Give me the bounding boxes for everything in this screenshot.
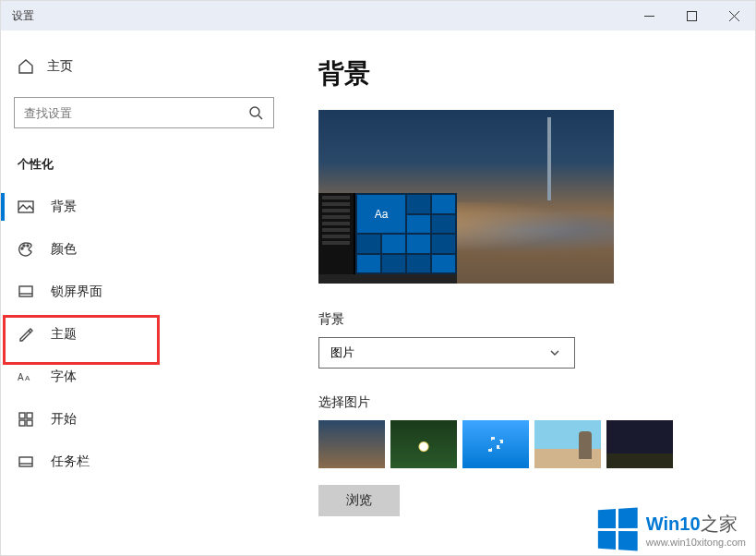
nav-label: 开始 — [51, 411, 77, 428]
nav-item-background[interactable]: 背景 — [1, 186, 287, 228]
svg-rect-14 — [19, 413, 25, 418]
nav-item-taskbar[interactable]: 任务栏 — [1, 441, 287, 483]
svg-rect-15 — [27, 413, 32, 418]
chevron-down-icon — [546, 344, 563, 361]
svg-rect-16 — [19, 420, 25, 426]
palette-icon — [18, 241, 34, 258]
thumbnail[interactable] — [462, 420, 529, 468]
dropdown-value: 图片 — [330, 344, 546, 361]
window-title: 设置 — [12, 8, 34, 24]
svg-rect-1 — [687, 11, 696, 20]
nav-item-start[interactable]: 开始 — [1, 398, 287, 441]
lockscreen-icon — [18, 284, 34, 300]
svg-rect-18 — [19, 457, 32, 466]
thumbnail[interactable] — [390, 420, 457, 468]
page-title: 背景 — [318, 56, 724, 91]
nav-label: 字体 — [51, 369, 77, 385]
fonts-icon: AA — [18, 369, 34, 385]
nav-item-themes[interactable]: 主题 — [1, 313, 287, 356]
svg-text:A: A — [25, 374, 30, 382]
svg-point-4 — [250, 107, 259, 116]
nav-item-lockscreen[interactable]: 锁屏界面 — [1, 271, 287, 313]
desktop-preview: Aa — [318, 110, 614, 284]
home-label: 主页 — [47, 58, 73, 75]
nav-label: 锁屏界面 — [51, 284, 102, 300]
svg-rect-10 — [19, 286, 32, 296]
nav-label: 任务栏 — [51, 453, 90, 470]
content-area: 背景 Aa 背景 图片 — [287, 30, 755, 555]
svg-rect-17 — [27, 420, 32, 426]
watermark: Win10之家 www.win10xitong.com — [596, 509, 746, 550]
thumbnail[interactable] — [606, 420, 673, 468]
svg-text:A: A — [18, 372, 24, 382]
taskbar-icon — [18, 453, 34, 470]
nav-list: 背景 颜色 锁屏界面 主题 — [1, 186, 287, 483]
start-icon — [18, 411, 34, 428]
search-icon — [247, 104, 264, 121]
picture-icon — [18, 199, 34, 215]
svg-point-7 — [21, 248, 23, 249]
nav-item-fonts[interactable]: AA 字体 — [1, 356, 287, 398]
nav-item-colors[interactable]: 颜色 — [1, 228, 287, 271]
preview-tile-aa: Aa — [357, 195, 405, 233]
nav-label: 颜色 — [51, 241, 77, 258]
titlebar: 设置 — [1, 1, 755, 30]
thumbnail[interactable] — [318, 420, 385, 468]
browse-button[interactable]: 浏览 — [318, 485, 400, 516]
watermark-brand: Win10之家 — [646, 512, 746, 537]
svg-point-8 — [23, 245, 25, 247]
watermark-url: www.win10xitong.com — [646, 537, 746, 548]
sidebar: 主页 个性化 背景 颜色 — [1, 30, 287, 555]
nav-label: 背景 — [51, 199, 77, 215]
category-label: 个性化 — [18, 156, 270, 173]
choose-picture-label: 选择图片 — [318, 394, 724, 411]
background-dropdown[interactable]: 图片 — [318, 337, 575, 369]
svg-point-9 — [27, 245, 29, 247]
picture-thumbnails — [318, 420, 724, 468]
themes-icon — [18, 326, 34, 343]
thumbnail[interactable] — [534, 420, 601, 468]
minimize-button[interactable] — [628, 1, 670, 30]
close-button[interactable] — [713, 1, 755, 30]
background-dropdown-label: 背景 — [318, 311, 724, 328]
home-icon — [18, 58, 34, 75]
windows-logo-icon — [598, 508, 638, 551]
preview-decoration — [547, 117, 551, 200]
maximize-button[interactable] — [670, 1, 713, 30]
start-menu-preview: Aa — [318, 193, 457, 284]
window-controls — [628, 1, 755, 30]
search-input[interactable] — [14, 97, 274, 128]
svg-line-5 — [258, 115, 262, 119]
nav-label: 主题 — [51, 326, 77, 343]
home-button[interactable]: 主页 — [1, 49, 287, 84]
search-field[interactable] — [24, 106, 247, 120]
